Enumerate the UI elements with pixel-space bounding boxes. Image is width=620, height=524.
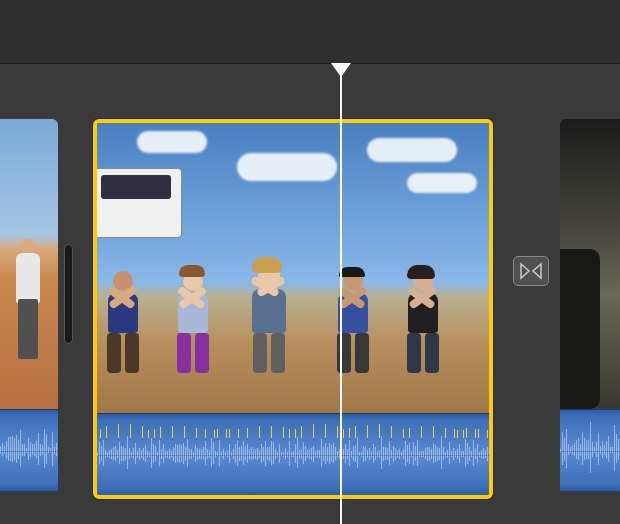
video-clip-selected[interactable] bbox=[93, 119, 493, 499]
crossfade-icon bbox=[519, 262, 543, 280]
timeline[interactable] bbox=[0, 64, 620, 524]
scrollbar-thumb[interactable] bbox=[64, 244, 73, 344]
audio-waveform[interactable] bbox=[560, 409, 620, 491]
toolbar-area bbox=[0, 0, 620, 64]
audio-waveform[interactable] bbox=[0, 409, 58, 491]
transition-button[interactable] bbox=[513, 256, 549, 286]
video-clip[interactable] bbox=[0, 119, 58, 499]
audio-waveform[interactable] bbox=[97, 413, 489, 495]
clip-thumbnail bbox=[0, 119, 58, 409]
clip-thumbnail bbox=[97, 123, 489, 413]
video-clip[interactable] bbox=[560, 119, 620, 499]
playhead-marker-icon bbox=[331, 63, 351, 77]
clip-thumbnail bbox=[560, 119, 620, 409]
